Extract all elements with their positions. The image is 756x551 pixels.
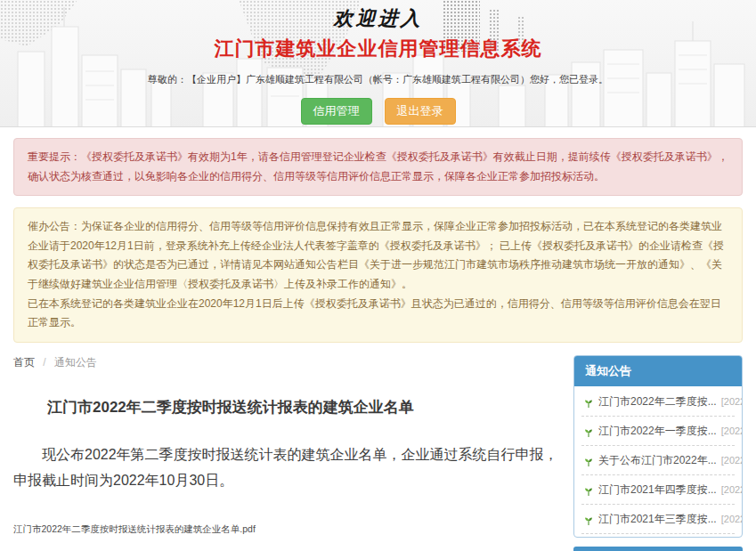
site-header: 欢迎进入 江门市建筑业企业信用管理信息系统 尊敬的：【企业用户】广东雄顺建筑工程… [0, 0, 756, 127]
notice-date: [2022-... [721, 484, 743, 495]
breadcrumb: 首页 / 通知公告 [13, 355, 559, 370]
sprout-icon [583, 514, 594, 524]
sidebar-section-related-files[interactable]: 相关文件 [573, 547, 743, 551]
notice-list: 江门市2022年二季度按... [2022-... 江门市2022年一季度按..… [574, 386, 742, 537]
user-greeting: 尊敬的：【企业用户】广东雄顺建筑工程有限公司（帐号：广东雄顺建筑工程有限公司）您… [0, 73, 756, 86]
urge-notice-paragraph-2: 已在本系统登记的各类建筑业企业在2020年12月1日后上传《授权委托及承诺书》且… [28, 295, 728, 333]
notice-list-item[interactable]: 关于公布江门市2022年... [2022-... [581, 446, 735, 475]
page: 欢迎进入 江门市建筑业企业信用管理信息系统 尊敬的：【企业用户】广东雄顺建筑工程… [0, 0, 756, 551]
sprout-icon [583, 425, 594, 436]
breadcrumb-current: 通知公告 [54, 356, 97, 369]
urge-notice-paragraph-1: 催办公告：为保证各企业的信用得分、信用等级等信用评价信息保持有效且正常显示，保障… [28, 217, 728, 294]
important-notice-alert: 重要提示：《授权委托及承诺书》有效期为1年，请各信用管理登记企业检查《授权委托及… [13, 138, 743, 196]
urge-notice-alert: 催办公告：为保证各企业的信用得分、信用等级等信用评价信息保持有效且正常显示，保障… [13, 207, 743, 343]
sidebar: 通知公告 江门市2022年二季度按... [2022-... 江门市2022年一… [573, 355, 743, 551]
header-content: 欢迎进入 江门市建筑业企业信用管理信息系统 尊敬的：【企业用户】广东雄顺建筑工程… [0, 0, 756, 125]
attachment-pdf-link[interactable]: 江门市2022年二季度按时报送统计报表的建筑企业名单.pdf [13, 523, 559, 536]
article-title: 江门市2022年二季度按时报送统计报表的建筑企业名单 [47, 397, 559, 417]
site-title: 江门市建筑业企业信用管理信息系统 [0, 36, 756, 62]
logout-button[interactable]: 退出登录 [385, 98, 456, 125]
alerts-area: 重要提示：《授权委托及承诺书》有效期为1年，请各信用管理登记企业检查《授权委托及… [0, 138, 756, 343]
notice-date: [2022-... [721, 455, 743, 466]
credit-management-button[interactable]: 信用管理 [301, 98, 372, 125]
notice-date: [2022-... [721, 396, 743, 407]
notice-title: 关于公布江门市2022年... [598, 453, 717, 468]
notice-list-item[interactable]: 江门市2021年四季度按... [2022-... [581, 475, 735, 505]
notice-panel-title: 通知公告 [574, 356, 742, 386]
sprout-icon [583, 484, 594, 495]
notice-title: 江门市2022年一季度按... [598, 424, 717, 439]
notice-title: 江门市2021年三季度按... [598, 512, 717, 527]
notice-title: 江门市2021年四季度按... [598, 482, 717, 498]
welcome-text: 欢迎进入 [0, 0, 756, 32]
article-body: 现公布2022年第二季度按时报送统计表的建筑企业名单，企业通过系统自行申报，申报… [13, 442, 559, 494]
notice-title: 江门市2022年二季度按... [598, 394, 717, 409]
breadcrumb-separator: / [43, 356, 45, 369]
breadcrumb-home-link[interactable]: 首页 [13, 356, 35, 369]
notice-list-item[interactable]: 江门市2022年一季度按... [2022-... [581, 417, 735, 446]
notice-date: [2022-... [721, 514, 743, 524]
notice-panel: 通知公告 江门市2022年二季度按... [2022-... 江门市2022年一… [573, 355, 743, 538]
sprout-icon [583, 396, 594, 407]
notice-list-item[interactable]: 江门市2021年三季度按... [2022-... [581, 505, 735, 534]
notice-list-item[interactable]: 江门市2022年二季度按... [2022-... [581, 387, 735, 417]
notice-date: [2022-... [721, 425, 743, 436]
sprout-icon [583, 455, 594, 466]
article-column: 首页 / 通知公告 江门市2022年二季度按时报送统计报表的建筑企业名单 现公布… [13, 355, 573, 536]
main-content: 首页 / 通知公告 江门市2022年二季度按时报送统计报表的建筑企业名单 现公布… [0, 355, 756, 551]
header-buttons: 信用管理 退出登录 [0, 98, 756, 125]
